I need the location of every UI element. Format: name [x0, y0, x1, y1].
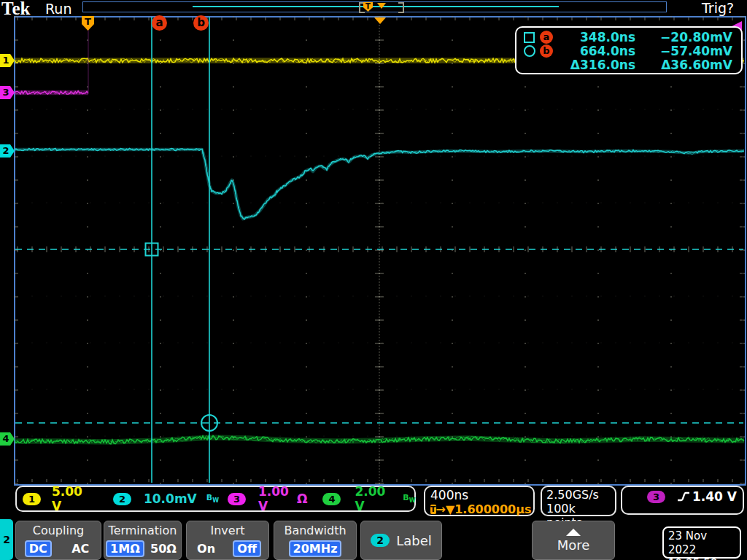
- time: 19:25:58: [668, 557, 735, 560]
- more-button[interactable]: More: [532, 521, 615, 560]
- channel-1-badge: 1: [23, 493, 41, 505]
- datetime-box: 23 Nov 2022 19:25:58: [662, 526, 741, 559]
- invert-option-off[interactable]: Off: [233, 540, 261, 557]
- cursor-a-badge: a: [540, 31, 553, 44]
- channel-3-number: 3: [2, 86, 9, 99]
- termination-option-1m[interactable]: 1MΩ: [106, 540, 144, 557]
- cursor-delta-time: Δ316.0ns: [559, 58, 635, 72]
- record-expansion-icon: [377, 3, 386, 9]
- cursor-b-badge: b: [540, 44, 553, 58]
- termination-option-50[interactable]: 50Ω: [147, 542, 179, 556]
- channel-1-readout[interactable]: 1 5.00 V: [23, 484, 82, 513]
- channel-2-readout[interactable]: 2 10.0mV BW: [113, 491, 219, 506]
- cursor-a-row: a 348.0ns −20.80mV: [524, 30, 732, 44]
- acquisition-status: Run: [45, 1, 71, 17]
- channel-4-scale: 2.00 V: [355, 484, 385, 513]
- cursor-delta-value: Δ36.60mV: [635, 58, 732, 72]
- cursor-a-square-icon: [524, 32, 535, 43]
- channel-3-readout[interactable]: 3 1.00 V Ω: [228, 484, 307, 513]
- label-channel-badge: 2: [371, 534, 390, 547]
- channel-readout-bar: 1 5.00 V 2 10.0mV BW 3 1.00 V Ω 4 2.00 V…: [15, 486, 416, 512]
- oscilloscope-screen: Tek Run Trig? T T a b 1 3 2 4 a 348.0ns …: [0, 0, 747, 560]
- window-bracket-right: [398, 2, 404, 13]
- trace-ch2: [15, 148, 744, 219]
- channel-2-bandwidth-limit-icon: BW: [206, 493, 219, 504]
- invert-option-on[interactable]: On: [194, 542, 218, 556]
- invert-title: Invert: [187, 521, 268, 537]
- bandwidth-option-20mhz[interactable]: 20MHz: [289, 540, 342, 557]
- trigger-level: 1.40 V: [692, 489, 737, 504]
- cursor-delta-row: Δ316.0ns Δ36.60mV: [524, 58, 732, 71]
- sample-rate: 2.50GS/s: [546, 488, 611, 502]
- more-title: More: [557, 537, 590, 553]
- cursor-b-time: 664.0ns: [559, 44, 635, 58]
- cursor-b-circle-icon: [524, 45, 535, 57]
- channel-4-readout[interactable]: 4 2.00 V BW: [322, 484, 415, 513]
- menu-channel-tab: 2: [0, 519, 13, 560]
- label-button[interactable]: 2 Label: [360, 521, 442, 560]
- channel-1-number: 1: [2, 54, 9, 67]
- channel-4-number: 4: [2, 432, 9, 446]
- termination-title: Termination: [104, 521, 181, 537]
- termination-button[interactable]: Termination 1MΩ 50Ω: [104, 521, 182, 560]
- graticule-grid: [15, 17, 744, 483]
- channel-3-badge: 3: [228, 493, 246, 505]
- coupling-option-dc[interactable]: DC: [25, 540, 52, 557]
- trigger-readout[interactable]: 3 1.40 V: [621, 486, 744, 515]
- cursor-b-value: −57.40mV: [635, 44, 732, 58]
- coupling-option-ac[interactable]: AC: [69, 542, 92, 556]
- bandwidth-title: Bandwidth: [274, 521, 356, 537]
- tek-logo: Tek: [1, 0, 30, 19]
- waveform-display: [0, 0, 747, 560]
- channel-2-scale: 10.0mV: [144, 491, 197, 506]
- record-view-bar[interactable]: T: [82, 1, 667, 12]
- cursor-a-time: 348.0ns: [559, 30, 635, 44]
- coupling-title: Coupling: [16, 521, 101, 537]
- expansion-point-icon: [374, 18, 386, 24]
- cursor-a-handle[interactable]: a: [152, 15, 167, 31]
- coupling-button[interactable]: Coupling DC AC: [15, 521, 101, 560]
- cursor-b-row: b 664.0ns −57.40mV: [524, 44, 732, 58]
- trace-ch3: [15, 91, 88, 95]
- rising-edge-icon: [676, 490, 692, 503]
- horizontal-scale: 400ns: [430, 488, 528, 502]
- bandwidth-button[interactable]: Bandwidth 20MHz: [274, 521, 357, 560]
- channel-4-bandwidth-limit-icon: BW: [403, 493, 415, 504]
- horizontal-delay: T→▼1.600000µs: [430, 502, 528, 516]
- cursor-readout-box: a 348.0ns −20.80mV b 664.0ns −57.40mV Δ3…: [515, 26, 743, 74]
- delay-trigger-icon: T: [430, 505, 436, 514]
- channel-1-scale: 5.00 V: [52, 484, 82, 513]
- cursor-b-handle[interactable]: b: [193, 15, 209, 31]
- trigger-status: Trig?: [702, 0, 734, 16]
- channel-3-scale: 1.00 V: [258, 484, 289, 513]
- record-waveform-line: [193, 6, 559, 7]
- channel-3-termination-symbol: Ω: [297, 491, 307, 506]
- invert-button[interactable]: Invert On Off: [186, 521, 269, 560]
- channel-2-badge: 2: [113, 493, 131, 505]
- cursor-a-value: −20.80mV: [635, 30, 732, 44]
- date: 23 Nov 2022: [668, 529, 735, 557]
- horizontal-readout[interactable]: 400ns T→▼1.600000µs: [424, 486, 535, 516]
- channel-4-badge: 4: [322, 493, 341, 505]
- trigger-source-badge: 3: [647, 491, 665, 503]
- more-arrow-icon: [566, 529, 581, 536]
- label-title: Label: [396, 533, 432, 548]
- acquisition-readout: 2.50GS/s 100k points: [541, 486, 616, 516]
- channel-2-number: 2: [2, 144, 9, 158]
